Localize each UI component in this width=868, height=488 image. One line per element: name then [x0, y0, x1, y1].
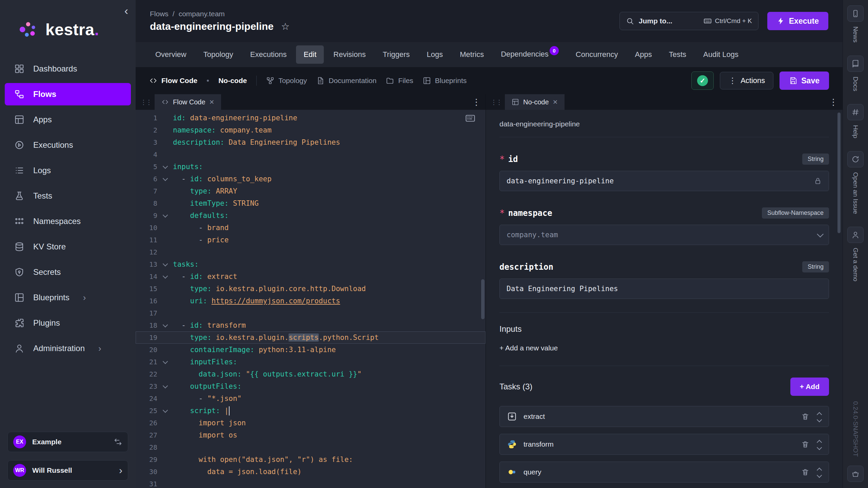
tab-no-code[interactable]: No-code ×: [505, 94, 565, 110]
code-line-26[interactable]: 26 import json: [136, 417, 486, 429]
code-line-12[interactable]: 12: [136, 246, 486, 258]
code-line-17[interactable]: 17: [136, 307, 486, 319]
panel-scrollbar[interactable]: [837, 113, 841, 233]
code-line-25[interactable]: 25 script: |: [136, 405, 486, 417]
code-line-28[interactable]: 28: [136, 441, 486, 453]
validation-status-button[interactable]: ✓: [691, 72, 714, 90]
code-line-23[interactable]: 23 outputFiles:: [136, 380, 486, 392]
delete-task-icon[interactable]: [801, 440, 809, 448]
sidebar-item-plugins[interactable]: Plugins: [5, 312, 131, 334]
code-line-4[interactable]: 4: [136, 148, 486, 161]
tab-triggers[interactable]: Triggers: [375, 45, 417, 64]
tenant-switcher[interactable]: EX Example: [7, 432, 128, 452]
toolbar-files[interactable]: Files: [386, 77, 413, 85]
tab-dependencies[interactable]: Dependencies0: [493, 45, 566, 64]
minimap-toggle-icon[interactable]: [465, 113, 475, 123]
rightbar-get-a-demo[interactable]: Get a demo: [847, 227, 864, 281]
sidebar-item-namespaces[interactable]: Namespaces: [5, 210, 131, 232]
code-line-10[interactable]: 10 - brand: [136, 222, 486, 234]
docs-button[interactable]: [847, 56, 864, 72]
delete-task-icon[interactable]: [801, 468, 809, 476]
code-line-7[interactable]: 7 type: ARRAY: [136, 185, 486, 197]
code-line-15[interactable]: 15 type: io.kestra.plugin.core.http.Down…: [136, 283, 486, 295]
sidebar-item-dashboards[interactable]: Dashboards: [5, 58, 131, 80]
reorder-carets[interactable]: [817, 439, 821, 449]
help-button[interactable]: [847, 104, 864, 120]
tab-executions[interactable]: Executions: [243, 45, 294, 64]
toolbar-flow-code[interactable]: Flow Code: [149, 77, 197, 85]
code-line-2[interactable]: 2namespace: company.team: [136, 124, 486, 136]
delete-task-icon[interactable]: [801, 412, 809, 421]
code-line-6[interactable]: 6 - id: columns_to_keep: [136, 173, 486, 185]
sidebar-item-blueprints[interactable]: Blueprints›: [5, 286, 131, 309]
fold-toggle-icon[interactable]: [157, 385, 173, 388]
fold-toggle-icon[interactable]: [157, 361, 173, 363]
tab-tests[interactable]: Tests: [662, 45, 694, 64]
code-line-14[interactable]: 14 - id: extract: [136, 270, 486, 283]
tab-apps[interactable]: Apps: [628, 45, 659, 64]
open-an-issue-button[interactable]: [847, 151, 864, 167]
fold-toggle-icon[interactable]: [157, 276, 173, 278]
tab-audit-logs[interactable]: Audit Logs: [696, 45, 746, 64]
code-line-27[interactable]: 27 import os: [136, 429, 486, 441]
code-line-16[interactable]: 16 uri: https://dummyjson.com/products: [136, 295, 486, 307]
code-line-8[interactable]: 8 itemType: STRING: [136, 197, 486, 209]
sidebar-item-administration[interactable]: Administration›: [5, 337, 131, 360]
toolbar-documentation[interactable]: Documentation: [316, 77, 376, 85]
tab-concurrency[interactable]: Concurrency: [568, 45, 626, 64]
code-line-11[interactable]: 11 - price: [136, 234, 486, 246]
field-description-input[interactable]: Data Engineering Pipelines: [499, 279, 829, 299]
reorder-carets[interactable]: [817, 467, 821, 477]
tab-logs[interactable]: Logs: [419, 45, 451, 64]
code-line-19[interactable]: 19 type: io.kestra.plugin.scripts.python…: [136, 331, 486, 344]
tab-topology[interactable]: Topology: [196, 45, 241, 64]
close-icon[interactable]: ×: [553, 98, 558, 106]
sidebar-item-flows[interactable]: Flows: [5, 83, 131, 105]
fold-toggle-icon[interactable]: [157, 324, 173, 327]
add-task-button[interactable]: + Add: [790, 378, 829, 396]
rightbar-news[interactable]: News: [847, 5, 864, 43]
field-id-input[interactable]: data-engineering-pipeline: [499, 171, 829, 191]
code-line-3[interactable]: 3description: Data Engineering Pipelines: [136, 136, 486, 148]
editor-scrollbar[interactable]: [481, 279, 485, 319]
sidebar-item-logs[interactable]: Logs: [5, 159, 131, 182]
sidebar-collapse-icon[interactable]: ‹: [124, 5, 128, 16]
kestra-logo[interactable]: kestra.: [0, 0, 136, 40]
tab-edit[interactable]: Edit: [296, 45, 324, 64]
task-row-extract[interactable]: extract: [499, 406, 829, 427]
favorite-star-icon[interactable]: ☆: [281, 21, 290, 32]
code-line-24[interactable]: 24 - "*.json": [136, 392, 486, 405]
code-line-29[interactable]: 29 with open("data.json", "r") as file:: [136, 453, 486, 466]
task-row-transform[interactable]: transform: [499, 434, 829, 455]
sidebar-item-tests[interactable]: Tests: [5, 185, 131, 207]
code-line-30[interactable]: 30 data = json.load(file): [136, 466, 486, 478]
save-button[interactable]: Save: [780, 72, 829, 90]
toolbar-blueprints[interactable]: Blueprints: [423, 77, 467, 85]
code-line-20[interactable]: 20 containerImage: python:3.11-alpine: [136, 344, 486, 356]
breadcrumb-namespace[interactable]: company.team: [179, 10, 225, 18]
basket-button[interactable]: [847, 466, 864, 482]
drag-grip-icon[interactable]: ⋮⋮: [491, 98, 501, 106]
code-line-18[interactable]: 18 - id: transform: [136, 319, 486, 331]
breadcrumb-flows[interactable]: Flows: [150, 10, 169, 18]
tab-metrics[interactable]: Metrics: [452, 45, 491, 64]
fold-toggle-icon[interactable]: [157, 215, 173, 217]
reorder-carets[interactable]: [817, 411, 821, 422]
sidebar-item-executions[interactable]: Executions: [5, 134, 131, 156]
drag-grip-icon[interactable]: ⋮⋮: [140, 98, 151, 106]
jump-to-search[interactable]: Jump to... Ctrl/Cmd + K: [619, 12, 758, 30]
sidebar-item-kv-store[interactable]: KV Store: [5, 236, 131, 258]
code-line-9[interactable]: 9 defaults:: [136, 209, 486, 222]
code-editor[interactable]: 1id: data-engineering-pipeline2namespace…: [136, 110, 486, 488]
fold-toggle-icon[interactable]: [157, 410, 173, 412]
sidebar-item-apps[interactable]: Apps: [5, 108, 131, 131]
toolbar-topology[interactable]: Topology: [266, 77, 307, 85]
code-line-22[interactable]: 22 data.json: "{{ outputs.extract.uri }}…: [136, 368, 486, 380]
add-input-link[interactable]: + Add a new value: [499, 344, 829, 352]
news-button[interactable]: [847, 5, 864, 22]
toolbar-no-code[interactable]: No-code: [218, 77, 247, 85]
field-namespace-select[interactable]: company.team: [499, 225, 829, 245]
code-line-31[interactable]: 31: [136, 478, 486, 488]
switch-tenant-icon[interactable]: [114, 438, 122, 446]
rightbar-help[interactable]: Help: [847, 104, 864, 138]
